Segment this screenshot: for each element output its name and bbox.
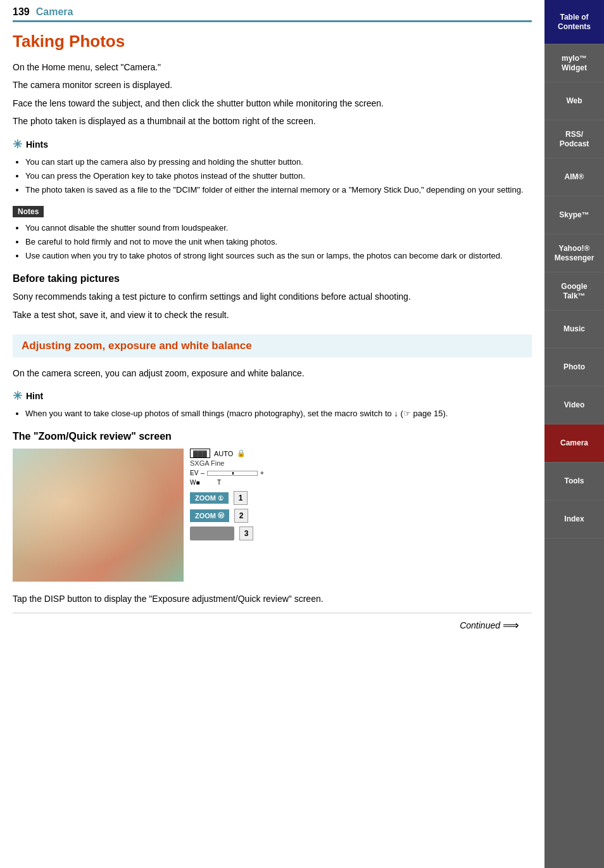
page-number: 139 — [13, 6, 30, 18]
intro-line-1: On the Home menu, select "Camera." — [13, 60, 532, 74]
sidebar-web-label: Web — [566, 96, 582, 105]
sidebar-item-photo[interactable]: Photo — [544, 348, 604, 386]
zoom-ui: ▓▓▓ AUTO 🔒 SXGA Fine EV – + W■ T — [190, 449, 264, 544]
zoom-hint-label: Hint — [26, 391, 43, 401]
before-line-1: Sony recommends taking a test picture to… — [13, 290, 532, 303]
hints-icon: ✳ — [13, 137, 22, 151]
sidebar-skype-label: Skype™ — [559, 210, 589, 219]
zoom-btn-2-label: ZOOM — [195, 512, 216, 520]
sidebar-tools-label: Tools — [564, 476, 584, 485]
zoom-badge-3: 3 — [239, 527, 253, 540]
sidebar-mylo-label: mylo™Widget — [562, 54, 587, 72]
sidebar-google-label: GoogleTalk™ — [561, 282, 587, 300]
hints-list: You can start up the camera also by pres… — [13, 155, 532, 197]
zoom-btn-2-icon: Ⓦ — [218, 511, 224, 520]
sidebar-index-label: Index — [564, 514, 584, 523]
sidebar-item-music[interactable]: Music — [544, 310, 604, 348]
intro-line-3: Face the lens toward the subject, and th… — [13, 96, 532, 110]
sidebar-aim-label: AIM® — [565, 172, 584, 181]
bottom-text: Tap the DISP button to display the "Expo… — [13, 592, 532, 606]
sidebar-item-skype[interactable]: Skype™ — [544, 196, 604, 234]
note-item-2: Be careful to hold firmly and not to mov… — [25, 235, 532, 249]
before-title: Before taking pictures — [13, 273, 532, 284]
zoom-screen-container: ▓▓▓ AUTO 🔒 SXGA Fine EV – + W■ T — [13, 449, 532, 582]
page-category: Camera — [36, 6, 73, 18]
zoom-button-2[interactable]: ZOOM Ⓦ — [190, 509, 229, 522]
sidebar-item-yahoo[interactable]: Yahoo!®Messenger — [544, 234, 604, 272]
zoom-btn-1-label: ZOOM — [195, 494, 216, 502]
intro-line-2: The camera monitor screen is displayed. — [13, 78, 532, 92]
hint-item-3: The photo taken is saved as a file to th… — [25, 183, 532, 197]
zoom-badge-2: 2 — [234, 509, 248, 523]
zoom-lock-icon: 🔒 — [237, 449, 246, 457]
hints-header: ✳ Hints — [13, 137, 532, 151]
notes-header: Notes — [13, 206, 44, 217]
zoom-ev-bar: EV – + — [190, 469, 264, 476]
sidebar-camera-label: Camera — [560, 438, 588, 447]
zoom-screen-title: The "Zoom/Quick review" screen — [13, 431, 532, 442]
sidebar-rss-label: RSS/Podcast — [560, 130, 589, 148]
sidebar-toc-label: Table ofContents — [558, 13, 591, 31]
zoom-hint-header: ✳ Hint — [13, 389, 532, 403]
note-item-1: You cannot disable the shutter sound fro… — [25, 221, 532, 235]
zoom-hint-icon: ✳ — [13, 389, 22, 403]
hints-label: Hints — [26, 139, 48, 150]
zoom-button-row-2: ZOOM Ⓦ 2 — [190, 509, 264, 523]
notes-block: Notes You cannot disable the shutter sou… — [13, 206, 532, 263]
sidebar-item-web[interactable]: Web — [544, 82, 604, 120]
sidebar-item-mylo[interactable]: mylo™Widget — [544, 44, 604, 82]
continued-bar: Continued ⟹ — [13, 613, 532, 637]
highlight-section: Adjusting zoom, exposure and white balan… — [13, 335, 532, 357]
zoom-battery: ▓▓▓ — [190, 449, 210, 458]
zoom-intro: On the camera screen, you can adjust zoo… — [13, 366, 532, 380]
sidebar-item-index[interactable]: Index — [544, 501, 604, 539]
zoom-hint-block: ✳ Hint When you want to take close-up ph… — [13, 389, 532, 421]
continued-text: Continued — [460, 620, 500, 630]
zoom-wb: W■ T — [190, 479, 264, 486]
zoom-button-row-3: 3 — [190, 527, 264, 540]
zoom-badge-1: 1 — [234, 491, 248, 505]
hints-block: ✳ Hints You can start up the camera also… — [13, 137, 532, 197]
zoom-button-1[interactable]: ZOOM ① — [190, 492, 229, 504]
sidebar-item-google[interactable]: GoogleTalk™ — [544, 272, 604, 310]
sidebar-video-label: Video — [564, 400, 584, 409]
sidebar-item-aim[interactable]: AIM® — [544, 158, 604, 196]
section-title: Taking Photos — [13, 32, 532, 51]
intro-line-4: The photo taken is displayed as a thumbn… — [13, 114, 532, 128]
sidebar-item-camera[interactable]: Camera — [544, 424, 604, 463]
ev-label: EV — [190, 469, 198, 476]
page-header: 139 Camera — [13, 6, 532, 22]
sidebar-item-toc[interactable]: Table ofContents — [544, 0, 604, 44]
ev-indicator — [232, 472, 234, 475]
notes-list: You cannot disable the shutter sound fro… — [13, 221, 532, 263]
main-content: 139 Camera Taking Photos On the Home men… — [0, 0, 544, 868]
zoom-thumb — [190, 527, 234, 540]
zoom-mode: AUTO — [214, 450, 233, 457]
zoom-btn-1-icon: ① — [218, 495, 223, 502]
note-item-3: Use caution when you try to take photos … — [25, 249, 532, 263]
sidebar-item-tools[interactable]: Tools — [544, 463, 604, 501]
sidebar: Table ofContents mylo™Widget Web RSS/Pod… — [544, 0, 604, 868]
zoom-button-row-1: ZOOM ① 1 — [190, 491, 264, 505]
zoom-top-bar: ▓▓▓ AUTO 🔒 — [190, 449, 264, 458]
hint-item-1: You can start up the camera also by pres… — [25, 155, 532, 169]
ev-track — [207, 471, 258, 476]
sidebar-photo-label: Photo — [563, 362, 585, 371]
before-line-2: Take a test shot, save it, and view it t… — [13, 308, 532, 322]
hint-item-2: You can press the Operation key to take … — [25, 169, 532, 183]
continued-arrow: ⟹ — [503, 618, 519, 632]
photo-placeholder — [13, 449, 184, 582]
sidebar-music-label: Music — [563, 324, 585, 333]
sidebar-yahoo-label: Yahoo!®Messenger — [555, 244, 595, 262]
zoom-quality: SXGA Fine — [190, 459, 264, 467]
sidebar-item-rss[interactable]: RSS/Podcast — [544, 120, 604, 158]
zoom-hint-text: When you want to take close-up photos of… — [25, 407, 532, 421]
zoom-section-title: Adjusting zoom, exposure and white balan… — [22, 340, 252, 352]
sidebar-item-video[interactable]: Video — [544, 386, 604, 424]
zoom-hint-list: When you want to take close-up photos of… — [13, 407, 532, 421]
